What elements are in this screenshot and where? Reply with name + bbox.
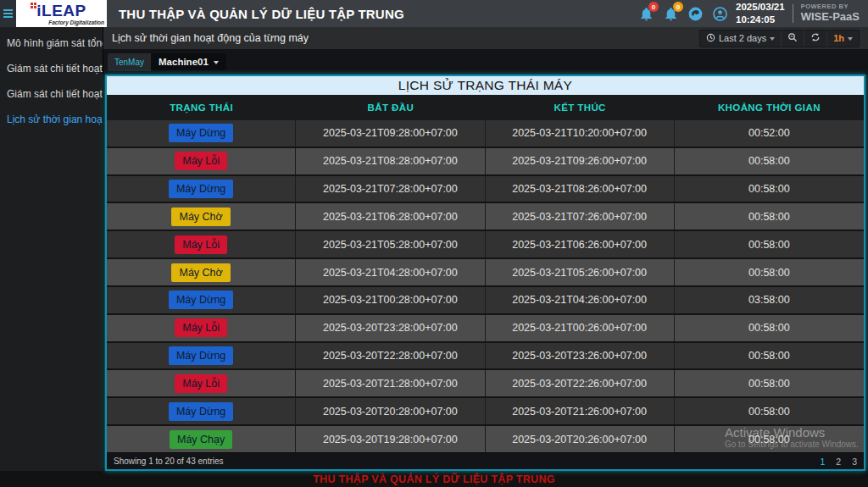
table-title: LỊCH SỬ TRẠNG THÁI MÁY bbox=[107, 76, 864, 95]
table-row[interactable]: Máy Dừng 2025-03-20T22:28:00+07:00 2025-… bbox=[107, 343, 864, 371]
table-row[interactable]: Máy Lỗi 2025-03-20T23:28:00+07:00 2025-0… bbox=[107, 315, 864, 343]
duration-cell: 00:58:00 bbox=[675, 148, 864, 174]
duration-cell: 00:58:00 bbox=[675, 343, 864, 369]
machine-select-value: Machine01 bbox=[159, 57, 209, 67]
start-cell: 2025-03-21T09:28:00+07:00 bbox=[296, 120, 485, 147]
powered-by-block: POWERED BY WISE-PaaS bbox=[801, 3, 860, 24]
logo-tagline: Factory Digitalization bbox=[48, 19, 104, 25]
table-row[interactable]: Máy Dừng 2025-03-21T09:28:00+07:00 2025-… bbox=[107, 120, 864, 148]
refresh-icon bbox=[810, 32, 821, 44]
status-badge: Máy Chờ bbox=[171, 208, 230, 226]
status-badge: Máy Lỗi bbox=[175, 235, 227, 254]
duration-cell: 00:58:00 bbox=[675, 231, 864, 257]
end-cell: 2025-03-20T23:26:00+07:00 bbox=[486, 343, 675, 369]
page-number-button[interactable]: 3 bbox=[852, 457, 857, 467]
status-badge: Máy Lỗi bbox=[175, 374, 227, 393]
table-body: Máy Dừng 2025-03-21T09:28:00+07:00 2025-… bbox=[107, 120, 864, 452]
duration-cell: 00:58:00 bbox=[675, 398, 864, 424]
status-badge: Máy Lỗi bbox=[175, 318, 227, 337]
start-cell: 2025-03-20T21:28:00+07:00 bbox=[296, 370, 485, 396]
caret-down-icon bbox=[214, 61, 219, 64]
sidebar-item[interactable]: Giám sát chi tiết hoạt động bbox=[0, 56, 103, 81]
table-row[interactable]: Máy Dừng 2025-03-20T20:28:00+07:00 2025-… bbox=[107, 398, 864, 426]
status-badge: Máy Dừng bbox=[169, 402, 233, 421]
sidebar-item[interactable]: Mô hình giám sát tổng quan bbox=[0, 30, 103, 56]
end-cell: 2025-03-21T06:26:00+07:00 bbox=[486, 231, 675, 257]
zoom-out-button[interactable] bbox=[781, 30, 804, 47]
account-icon[interactable] bbox=[711, 5, 728, 22]
app-window: iLEAP Factory Digitalization THU THẬP VÀ… bbox=[0, 0, 868, 487]
end-cell: 2025-03-21T08:26:00+07:00 bbox=[486, 176, 675, 202]
table-footer: Showing 1 to 20 of 43 entries 1 2 3 bbox=[107, 452, 864, 469]
hamburger-menu-icon[interactable] bbox=[0, 0, 16, 27]
start-cell: 2025-03-21T00:28:00+07:00 bbox=[296, 287, 485, 313]
wise-paas-brand: WISE-PaaS bbox=[801, 11, 860, 24]
page-title: Lịch sử thời gian hoạt động của từng máy bbox=[112, 32, 309, 44]
end-cell: 2025-03-21T07:26:00+07:00 bbox=[486, 203, 675, 230]
globe-icon[interactable] bbox=[687, 5, 704, 22]
end-cell: 2025-03-21T05:26:00+07:00 bbox=[486, 259, 675, 285]
column-header[interactable]: KHOẢNG THỜI GIAN bbox=[675, 95, 864, 120]
start-cell: 2025-03-20T23:28:00+07:00 bbox=[296, 315, 485, 341]
end-cell: 2025-03-20T20:26:00+07:00 bbox=[486, 426, 675, 452]
filter-bar: TenMay Machine01 bbox=[103, 49, 868, 75]
duration-cell: 03:58:00 bbox=[675, 287, 864, 313]
start-cell: 2025-03-20T22:28:00+07:00 bbox=[296, 343, 485, 369]
duration-cell: 00:58:00 bbox=[675, 426, 864, 452]
end-cell: 2025-03-20T21:26:00+07:00 bbox=[486, 398, 675, 424]
time-range-picker[interactable]: Last 2 days bbox=[700, 30, 781, 47]
table-row[interactable]: Máy Chạy 2025-03-20T19:28:00+07:00 2025-… bbox=[107, 426, 864, 452]
page-subheader: Lịch sử thời gian hoạt động của từng máy… bbox=[103, 27, 868, 49]
status-badge: Máy Dừng bbox=[169, 180, 233, 198]
status-cell: Máy Dừng bbox=[107, 287, 296, 313]
end-cell: 2025-03-21T09:26:00+07:00 bbox=[486, 148, 675, 174]
start-cell: 2025-03-21T06:28:00+07:00 bbox=[296, 203, 485, 230]
status-cell: Máy Chờ bbox=[107, 203, 296, 230]
duration-cell: 00:52:00 bbox=[675, 120, 864, 147]
column-header[interactable]: TRẠNG THÁI bbox=[107, 95, 296, 120]
refresh-button[interactable] bbox=[804, 30, 826, 47]
time-range-label: Last 2 days bbox=[719, 33, 766, 43]
table-row[interactable]: Máy Chờ 2025-03-21T04:28:00+07:00 2025-0… bbox=[107, 259, 864, 287]
status-cell: Máy Dừng bbox=[107, 176, 296, 202]
table-row[interactable]: Máy Dừng 2025-03-21T07:28:00+07:00 2025-… bbox=[107, 176, 864, 204]
table-row[interactable]: Máy Lỗi 2025-03-20T21:28:00+07:00 2025-0… bbox=[107, 370, 864, 398]
ileap-logo: iLEAP Factory Digitalization bbox=[16, 0, 107, 27]
entries-summary: Showing 1 to 20 of 43 entries bbox=[114, 457, 224, 466]
table-row[interactable]: Máy Lỗi 2025-03-21T08:28:00+07:00 2025-0… bbox=[107, 148, 864, 176]
column-header[interactable]: BẮT ĐẦU bbox=[296, 95, 485, 120]
column-header[interactable]: KẾT THÚC bbox=[486, 95, 675, 120]
duration-cell: 00:58:00 bbox=[675, 176, 864, 202]
duration-cell: 00:58:00 bbox=[675, 370, 864, 396]
end-cell: 2025-03-21T04:26:00+07:00 bbox=[486, 287, 675, 313]
status-cell: Máy Chờ bbox=[107, 259, 296, 285]
logo-red-dot bbox=[31, 3, 33, 5]
status-badge: Máy Chạy bbox=[170, 430, 232, 449]
notification-bell-icon[interactable]: 0 bbox=[637, 5, 654, 22]
sidebar: Mô hình giám sát tổng quan Giám sát chi … bbox=[0, 27, 103, 471]
table-row[interactable]: Máy Chờ 2025-03-21T06:28:00+07:00 2025-0… bbox=[107, 203, 864, 231]
clock-icon bbox=[706, 33, 715, 44]
logo-brand: iLEAP bbox=[36, 3, 86, 19]
table-row[interactable]: Máy Dừng 2025-03-21T00:28:00+07:00 2025-… bbox=[107, 287, 864, 315]
status-cell: Máy Dừng bbox=[107, 120, 296, 147]
duration-cell: 00:58:00 bbox=[675, 203, 864, 230]
start-cell: 2025-03-20T19:28:00+07:00 bbox=[296, 426, 485, 452]
sidebar-item[interactable]: Giám sát chi tiết hoạt động bbox=[0, 81, 103, 107]
machine-select-dropdown[interactable]: Machine01 bbox=[151, 53, 226, 70]
page-number-button[interactable]: 2 bbox=[836, 457, 841, 467]
top-header-bar: iLEAP Factory Digitalization THU THẬP VÀ… bbox=[0, 0, 868, 27]
status-cell: Máy Lỗi bbox=[107, 231, 296, 257]
table-header-row: TRẠNG THÁI BẮT ĐẦU KẾT THÚC KHOẢNG THỜI … bbox=[107, 95, 864, 120]
status-cell: Máy Chạy bbox=[107, 426, 296, 452]
page-number-button[interactable]: 1 bbox=[820, 457, 825, 467]
sidebar-item[interactable]: Lịch sử thời gian hoạt động bbox=[0, 107, 103, 132]
table-row[interactable]: Máy Lỗi 2025-03-21T05:28:00+07:00 2025-0… bbox=[107, 231, 864, 259]
sidebar-menu: Mô hình giám sát tổng quan Giám sát chi … bbox=[0, 30, 103, 132]
magnifier-minus-icon bbox=[787, 32, 798, 44]
notification-bell-icon[interactable]: 0 bbox=[662, 5, 679, 22]
start-cell: 2025-03-20T20:28:00+07:00 bbox=[296, 398, 485, 424]
refresh-interval-picker[interactable]: 1h bbox=[826, 30, 859, 47]
status-badge: Máy Chờ bbox=[171, 263, 230, 282]
start-cell: 2025-03-21T05:28:00+07:00 bbox=[296, 231, 485, 257]
